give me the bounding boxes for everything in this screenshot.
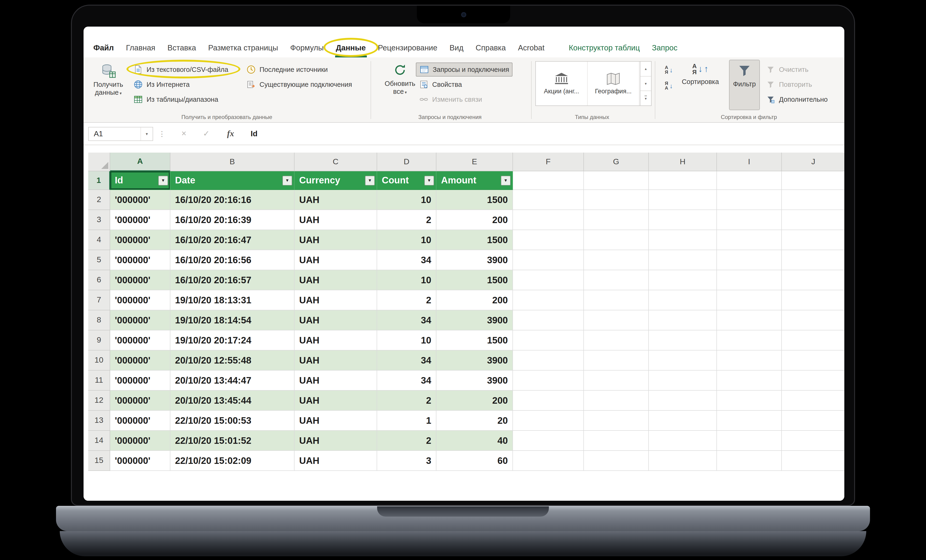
- row-header-6[interactable]: 6: [88, 270, 110, 290]
- data-cell[interactable]: 20/10/20 13:45:44: [170, 390, 295, 411]
- empty-cell[interactable]: [513, 371, 584, 390]
- empty-cell[interactable]: [513, 190, 584, 210]
- name-box[interactable]: A1 ▾: [88, 127, 153, 141]
- data-cell[interactable]: UAH: [295, 230, 377, 250]
- empty-cell[interactable]: [782, 350, 844, 371]
- data-cell[interactable]: 34: [377, 371, 436, 390]
- data-cell[interactable]: 2: [377, 210, 436, 230]
- empty-cell[interactable]: [584, 431, 649, 451]
- data-cell[interactable]: 16/10/20 20:16:56: [170, 250, 295, 270]
- gallery-scroll-down-button[interactable]: ▾: [640, 76, 651, 91]
- stocks-data-type[interactable]: Акции (анг...: [536, 62, 588, 106]
- empty-cell[interactable]: [782, 330, 844, 350]
- empty-cell[interactable]: [782, 431, 844, 451]
- empty-cell[interactable]: [649, 230, 717, 250]
- data-cell[interactable]: 20/10/20 13:44:47: [170, 371, 295, 390]
- data-cell[interactable]: UAH: [295, 350, 377, 371]
- row-header-15[interactable]: 15: [88, 451, 110, 471]
- empty-cell[interactable]: [584, 250, 649, 270]
- empty-cell[interactable]: [782, 411, 844, 431]
- data-cell[interactable]: 10: [377, 190, 436, 210]
- data-cell[interactable]: 19/10/20 18:14:54: [170, 310, 295, 330]
- row-header-9[interactable]: 9: [88, 330, 110, 350]
- data-cell[interactable]: 1500: [436, 230, 513, 250]
- empty-cell[interactable]: [584, 350, 649, 371]
- ribbon-tab-formulas[interactable]: Формулы: [284, 40, 330, 58]
- empty-cell[interactable]: [649, 350, 717, 371]
- empty-cell[interactable]: [649, 451, 717, 471]
- data-cell[interactable]: 3900: [436, 350, 513, 371]
- row-header-2[interactable]: 2: [88, 190, 110, 210]
- row-header-5[interactable]: 5: [88, 250, 110, 270]
- filter-dropdown-date[interactable]: ▼: [282, 176, 292, 185]
- data-cell[interactable]: 40: [436, 431, 513, 451]
- column-header-D[interactable]: D: [377, 153, 436, 171]
- row-header-7[interactable]: 7: [88, 290, 110, 310]
- empty-cell[interactable]: [584, 330, 649, 350]
- empty-cell[interactable]: [584, 210, 649, 230]
- row-header-13[interactable]: 13: [88, 411, 110, 431]
- empty-cell[interactable]: [717, 390, 782, 411]
- sort-ascending-button[interactable]: АЯ ↓: [661, 63, 677, 77]
- data-cell[interactable]: UAH: [295, 290, 377, 310]
- column-header-E[interactable]: E: [436, 153, 513, 171]
- data-cell[interactable]: 3900: [436, 371, 513, 390]
- data-cell[interactable]: 22/10/20 15:01:52: [170, 431, 295, 451]
- empty-cell[interactable]: [649, 371, 717, 390]
- row-header-8[interactable]: 8: [88, 310, 110, 330]
- empty-cell[interactable]: [513, 270, 584, 290]
- empty-cell[interactable]: [782, 310, 844, 330]
- data-cell[interactable]: '000000': [110, 330, 170, 350]
- filter-dropdown-count[interactable]: ▼: [424, 176, 434, 185]
- data-cell[interactable]: UAH: [295, 451, 377, 471]
- data-cell[interactable]: 1: [377, 411, 436, 431]
- data-cell[interactable]: '000000': [110, 431, 170, 451]
- empty-cell[interactable]: [584, 451, 649, 471]
- row-header-12[interactable]: 12: [88, 390, 110, 411]
- row-header-11[interactable]: 11: [88, 371, 110, 390]
- empty-cell[interactable]: [584, 310, 649, 330]
- column-header-J[interactable]: J: [782, 153, 844, 171]
- table-header-cell-currency[interactable]: Currency▼: [295, 171, 377, 190]
- empty-cell[interactable]: [717, 250, 782, 270]
- gallery-scroll-up-button[interactable]: ▴: [640, 62, 651, 76]
- geography-data-type[interactable]: География...: [588, 62, 639, 106]
- empty-cell[interactable]: [782, 371, 844, 390]
- data-cell[interactable]: 20: [436, 411, 513, 431]
- data-cell[interactable]: UAH: [295, 431, 377, 451]
- data-cell[interactable]: '000000': [110, 390, 170, 411]
- data-cell[interactable]: '000000': [110, 451, 170, 471]
- empty-cell[interactable]: [649, 310, 717, 330]
- data-cell[interactable]: 34: [377, 250, 436, 270]
- data-cell[interactable]: '000000': [110, 190, 170, 210]
- empty-cell[interactable]: [717, 431, 782, 451]
- empty-cell[interactable]: [513, 350, 584, 371]
- data-cell[interactable]: 1500: [436, 190, 513, 210]
- column-header-A[interactable]: A: [110, 153, 170, 171]
- insert-function-button[interactable]: fx: [224, 123, 238, 145]
- table-header-cell-date[interactable]: Date▼: [170, 171, 295, 190]
- select-all-corner[interactable]: [88, 153, 110, 171]
- data-cell[interactable]: '000000': [110, 250, 170, 270]
- empty-cell[interactable]: [513, 451, 584, 471]
- empty-cell[interactable]: [717, 190, 782, 210]
- empty-cell[interactable]: [649, 270, 717, 290]
- empty-cell[interactable]: [649, 431, 717, 451]
- empty-cell[interactable]: [782, 190, 844, 210]
- empty-cell[interactable]: [649, 390, 717, 411]
- empty-cell[interactable]: [513, 330, 584, 350]
- row-header-4[interactable]: 4: [88, 230, 110, 250]
- data-cell[interactable]: UAH: [295, 310, 377, 330]
- empty-cell[interactable]: [584, 270, 649, 290]
- empty-cell[interactable]: [513, 310, 584, 330]
- existing-connections-button[interactable]: Существующие подключения: [243, 78, 355, 91]
- data-cell[interactable]: UAH: [295, 270, 377, 290]
- row-header-10[interactable]: 10: [88, 350, 110, 371]
- ribbon-tab-review[interactable]: Рецензирование: [372, 40, 443, 58]
- data-cell[interactable]: 34: [377, 310, 436, 330]
- empty-cell[interactable]: [584, 190, 649, 210]
- empty-cell[interactable]: [649, 330, 717, 350]
- filter-dropdown-currency[interactable]: ▼: [365, 176, 375, 185]
- data-cell[interactable]: 19/10/20 18:13:31: [170, 290, 295, 310]
- empty-cell[interactable]: [782, 210, 844, 230]
